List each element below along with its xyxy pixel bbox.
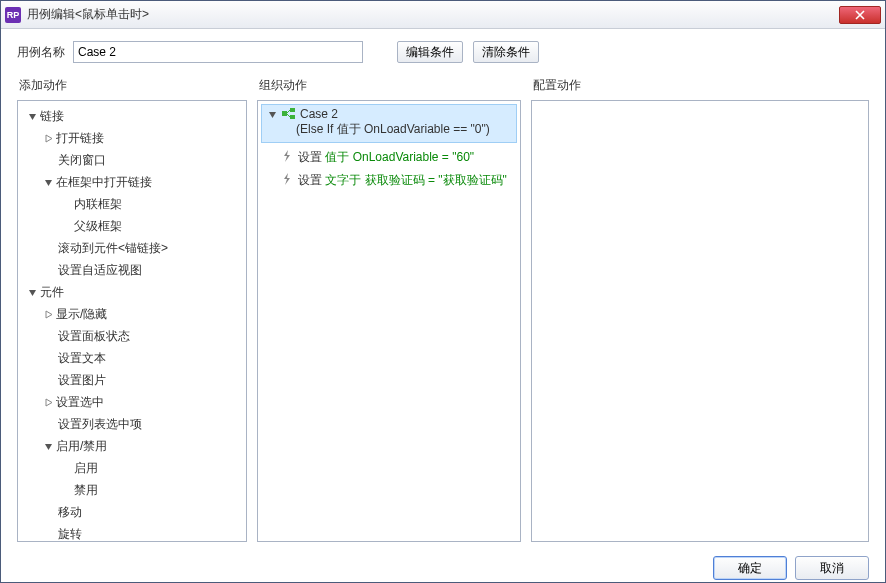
tree-item-set-image[interactable]: 设置图片	[20, 369, 244, 391]
triangle-right-icon	[42, 396, 54, 408]
tree-item-panel-state[interactable]: 设置面板状态	[20, 325, 244, 347]
triangle-down-icon	[26, 110, 38, 122]
lightning-icon	[280, 150, 294, 162]
tree-item-inline-frame[interactable]: 内联框架	[20, 193, 244, 215]
tree-item-enable-disable[interactable]: 启用/禁用	[20, 435, 244, 457]
action1-detail: 值于 OnLoadVariable = "60"	[325, 150, 474, 164]
cancel-button[interactable]: 取消	[795, 556, 869, 580]
tree-group-links[interactable]: 链接	[20, 105, 244, 127]
ok-button[interactable]: 确定	[713, 556, 787, 580]
add-action-header: 添加动作	[17, 77, 247, 94]
close-button[interactable]	[839, 6, 881, 24]
app-icon: RP	[5, 7, 21, 23]
case-node[interactable]: Case 2 (Else If 值于 OnLoadVariable == "0"…	[261, 104, 517, 143]
tree-item-set-text[interactable]: 设置文本	[20, 347, 244, 369]
case-name-label: 用例名称	[17, 44, 73, 61]
config-action-panel	[531, 100, 869, 542]
tree-item-disable[interactable]: 禁用	[20, 479, 244, 501]
tree-item-open-in-frame[interactable]: 在框架中打开链接	[20, 171, 244, 193]
tree-item-scroll-anchor[interactable]: 滚动到元件<锚链接>	[20, 237, 244, 259]
triangle-down-icon	[266, 108, 278, 120]
tree-item-list-selected[interactable]: 设置列表选中项	[20, 413, 244, 435]
case-name-text: Case 2	[300, 107, 338, 121]
triangle-right-icon	[42, 308, 54, 320]
triangle-right-icon	[42, 132, 54, 144]
tree-item-open-link[interactable]: 打开链接	[20, 127, 244, 149]
action-item-1[interactable]: 设置 值于 OnLoadVariable = "60"	[258, 146, 520, 169]
lightning-icon	[280, 173, 294, 185]
clear-condition-button[interactable]: 清除条件	[473, 41, 539, 63]
add-action-panel: 链接 打开链接 关闭窗口 在框架中打开链接 内联框架 父级框架 滚动到元件<锚链…	[17, 100, 247, 542]
svg-rect-2	[290, 115, 295, 119]
window-title: 用例编辑<鼠标单击时>	[27, 6, 839, 23]
tree-item-move[interactable]: 移动	[20, 501, 244, 523]
case-icon	[282, 108, 296, 120]
action2-detail: 文字于 获取验证码 = "获取验证码"	[325, 173, 507, 187]
case-name-input[interactable]	[73, 41, 363, 63]
triangle-down-icon	[42, 440, 54, 452]
edit-condition-button[interactable]: 编辑条件	[397, 41, 463, 63]
tree-item-set-selected[interactable]: 设置选中	[20, 391, 244, 413]
tree-group-widgets[interactable]: 元件	[20, 281, 244, 303]
triangle-down-icon	[42, 176, 54, 188]
tree-item-show-hide[interactable]: 显示/隐藏	[20, 303, 244, 325]
tree-item-enable[interactable]: 启用	[20, 457, 244, 479]
case-condition-text: (Else If 值于 OnLoadVariable == "0")	[266, 121, 512, 138]
tree-item-close-window[interactable]: 关闭窗口	[20, 149, 244, 171]
svg-rect-1	[290, 108, 295, 112]
action1-prefix: 设置	[298, 150, 325, 164]
action2-prefix: 设置	[298, 173, 325, 187]
tree-item-parent-frame[interactable]: 父级框架	[20, 215, 244, 237]
organize-action-header: 组织动作	[257, 77, 521, 94]
config-action-header: 配置动作	[531, 77, 869, 94]
tree-item-rotate[interactable]: 旋转	[20, 523, 244, 542]
svg-rect-0	[282, 111, 287, 116]
action-item-2[interactable]: 设置 文字于 获取验证码 = "获取验证码"	[258, 169, 520, 192]
close-icon	[855, 10, 865, 20]
tree-item-adaptive-view[interactable]: 设置自适应视图	[20, 259, 244, 281]
organize-action-panel: Case 2 (Else If 值于 OnLoadVariable == "0"…	[257, 100, 521, 542]
triangle-down-icon	[26, 286, 38, 298]
